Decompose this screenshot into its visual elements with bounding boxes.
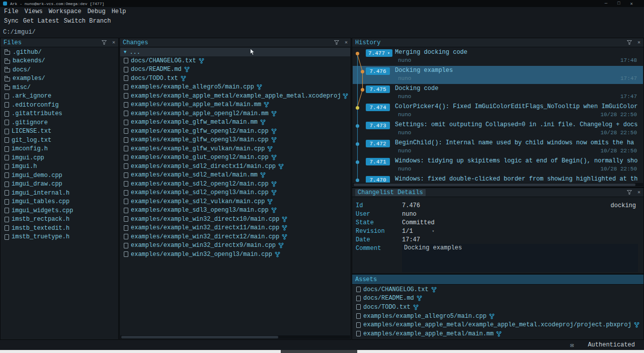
toolbar-button-switch-branch[interactable]: Switch Branch xyxy=(64,18,111,25)
changed-file-row[interactable]: examples/example_sdl2_metal/main.mm xyxy=(120,171,350,180)
folder-row[interactable]: docs/ xyxy=(1,65,118,74)
revision-dropdown-caret-icon[interactable]: ▾ xyxy=(432,229,435,233)
branch-icon xyxy=(282,225,287,231)
changed-file-row[interactable]: examples/example_sdl2_directx11/main.cpp xyxy=(120,162,350,171)
revision-badge[interactable]: 7.472 xyxy=(366,140,390,147)
file-row[interactable]: git_log.txt xyxy=(1,136,118,145)
filter-icon[interactable] xyxy=(627,190,632,195)
file-row[interactable]: imgui_internal.h xyxy=(1,189,118,198)
revision-badge[interactable]: 7.471 xyxy=(366,158,390,165)
menu-item-file[interactable]: File xyxy=(4,8,19,15)
changed-file-row[interactable]: examples/example_sdl2_vulkan/main.cpp xyxy=(120,197,350,206)
changed-file-row[interactable]: examples/example_glfw_opengl2/main.cpp xyxy=(120,127,350,136)
changed-file-row[interactable]: examples/example_glfw_metal/main.mm xyxy=(120,118,350,127)
changed-file-row[interactable]: examples/example_apple_metal/main.mm xyxy=(120,101,350,110)
menu-item-help[interactable]: Help xyxy=(112,8,126,15)
history-entry[interactable]: 7.470Windows: fixed double-clicked borde… xyxy=(353,174,643,183)
close-icon[interactable]: ✕ xyxy=(630,1,633,7)
file-row[interactable]: imgui.h xyxy=(1,162,118,171)
assets-panel: Assets docs/CHANGELOG.txtdocs/README.mdd… xyxy=(352,274,644,340)
changed-file-row[interactable]: examples/example_allegro5/main.cpp xyxy=(120,83,350,92)
close-panel-icon[interactable]: ✕ xyxy=(345,40,348,45)
changed-file-row[interactable]: examples/example_win32_directx12/main.cp… xyxy=(120,232,350,241)
menu-item-views[interactable]: Views xyxy=(25,8,43,15)
changed-file-row[interactable]: examples/example_apple_opengl2/main.mm xyxy=(120,109,350,118)
asset-row[interactable]: docs/README.md xyxy=(353,294,643,303)
asset-row[interactable]: docs/CHANGELOG.txt xyxy=(353,285,643,294)
file-row[interactable]: imgui_demo.cpp xyxy=(1,171,118,180)
file-row[interactable]: imgui.cpp xyxy=(1,153,118,162)
graph-node-icon xyxy=(356,52,359,55)
branch-name-label: docking xyxy=(611,202,636,209)
history-entry[interactable]: 7.475Docking codenuno17:47 xyxy=(353,84,643,102)
file-name: .gitattributes xyxy=(12,110,62,117)
history-entry[interactable]: 7.472BeginChild(): Internal name used by… xyxy=(353,138,643,156)
file-row[interactable]: imgui_widgets.cpp xyxy=(1,206,118,215)
history-entry[interactable]: 7.476Docking examplesnuno17:47 xyxy=(353,66,643,84)
scrollbar-thumb[interactable] xyxy=(121,336,278,338)
changed-file-row[interactable]: examples/example_win32_directx11/main.cp… xyxy=(120,224,350,233)
close-panel-icon[interactable]: ✕ xyxy=(637,40,640,45)
history-entry[interactable]: 7.474ColorPicker4(): Fixed ImGuiColorEdi… xyxy=(353,102,643,120)
filter-icon[interactable] xyxy=(102,40,107,45)
changed-file-row[interactable]: examples/example_win32_directx9/main.cpp xyxy=(120,241,350,250)
changes-root-row[interactable]: ▼ ... xyxy=(120,48,350,56)
changed-file-row[interactable]: examples/example_glfw_vulkan/main.cpp xyxy=(120,144,350,153)
menu-item-workspace[interactable]: Workspace xyxy=(49,8,82,15)
branch-icon xyxy=(282,234,287,240)
close-panel-icon[interactable]: ✕ xyxy=(112,40,115,45)
changed-file-row[interactable]: examples/example_sdl2_opengl3/main.cpp xyxy=(120,189,350,198)
scrollbar-thumb[interactable] xyxy=(354,184,635,186)
branch-icon xyxy=(413,304,419,310)
revision-badge[interactable]: 7.474 xyxy=(366,104,390,111)
changed-file-row[interactable]: docs/README.md xyxy=(120,65,350,74)
asset-row[interactable]: examples/example_apple_metal/main.mm xyxy=(353,329,643,338)
filter-icon[interactable] xyxy=(627,40,632,45)
toolbar-button-get-latest[interactable]: Get Latest xyxy=(23,18,59,25)
folder-row[interactable]: misc/ xyxy=(1,83,118,92)
changed-file-row[interactable]: docs/CHANGELOG.txt xyxy=(120,56,350,65)
history-entry[interactable]: 7.471Windows: tidying up skipitems logic… xyxy=(353,156,643,174)
expander-icon[interactable]: ▼ xyxy=(124,50,126,55)
file-row[interactable]: imconfig.h xyxy=(1,145,118,154)
document-icon xyxy=(124,111,128,116)
history-entry[interactable]: 7.473Settings: omit outputing Collapsed=… xyxy=(353,120,643,138)
asset-row[interactable]: docs/TODO.txt xyxy=(353,303,643,312)
revision-badge[interactable]: 7.477▾ xyxy=(366,49,392,57)
changed-file-row[interactable]: examples/example_win32_directx10/main.cp… xyxy=(120,215,350,224)
revision-badge[interactable]: 7.473 xyxy=(366,122,390,129)
file-row[interactable]: LICENSE.txt xyxy=(1,127,118,136)
asset-row[interactable]: examples/example_allegro5/main.cpp xyxy=(353,312,643,321)
folder-row[interactable]: examples/ xyxy=(1,74,118,83)
file-row[interactable]: .editorconfig xyxy=(1,101,118,110)
filter-icon[interactable] xyxy=(334,40,339,45)
asset-row[interactable]: examples/example_apple_metal/example_app… xyxy=(353,320,643,329)
changed-file-row[interactable]: examples/example_glfw_opengl3/main.cpp xyxy=(120,136,350,145)
changed-file-row[interactable]: examples/example_sdl3_opengl3/main.cpp xyxy=(120,206,350,215)
folder-row[interactable]: .github/ xyxy=(1,48,118,57)
changed-file-row[interactable]: examples/example_apple_metal/example_app… xyxy=(120,92,350,101)
changed-file-row[interactable]: docs/TODO.txt xyxy=(120,74,350,83)
changed-file-row[interactable]: examples/example_win32_opengl3/main.cpp xyxy=(120,250,350,259)
changed-file-row[interactable]: examples/example_glut_opengl2/main.cpp xyxy=(120,153,350,162)
revision-badge[interactable]: 7.470 xyxy=(366,176,390,183)
file-row[interactable]: .gitattributes xyxy=(1,110,118,119)
file-row[interactable]: .gitignore xyxy=(1,118,118,127)
revision-badge[interactable]: 7.475 xyxy=(366,85,390,93)
minimize-icon[interactable]: ─ xyxy=(605,1,607,7)
file-row[interactable]: .ark_ignore xyxy=(1,92,118,101)
branch-icon xyxy=(271,190,277,196)
toolbar-button-sync[interactable]: Sync xyxy=(4,18,19,25)
maximize-icon[interactable]: □ xyxy=(617,1,620,7)
history-entry[interactable]: 7.477▾Merging docking codenuno17:48 xyxy=(353,48,643,66)
folder-row[interactable]: backends/ xyxy=(1,57,118,66)
file-row[interactable]: imstb_rectpack.h xyxy=(1,215,118,224)
file-row[interactable]: imstb_textedit.h xyxy=(1,224,118,233)
changed-file-row[interactable]: examples/example_sdl2_opengl2/main.cpp xyxy=(120,180,350,189)
file-row[interactable]: imstb_truetype.h xyxy=(1,233,118,242)
menu-item-debug[interactable]: Debug xyxy=(88,8,106,15)
close-panel-icon[interactable]: ✕ xyxy=(637,190,640,195)
file-row[interactable]: imgui_draw.cpp xyxy=(1,180,118,189)
revision-badge[interactable]: 7.476 xyxy=(366,67,390,75)
file-row[interactable]: imgui_tables.cpp xyxy=(1,198,118,207)
